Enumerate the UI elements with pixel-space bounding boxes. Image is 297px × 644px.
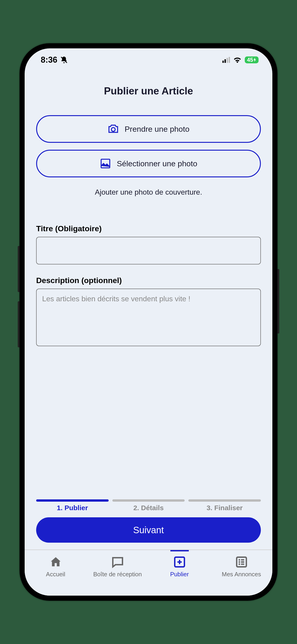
step-publier[interactable]: 1. Publier — [36, 499, 109, 512]
nav-label: Boîte de réception — [93, 571, 142, 578]
nav-annonces[interactable]: Mes Annonces — [210, 556, 272, 578]
nav-accueil[interactable]: Accueil — [25, 556, 86, 578]
status-left: 8:36 — [41, 55, 68, 65]
chat-icon — [111, 556, 124, 568]
nav-label: Accueil — [46, 571, 66, 578]
nav-label: Publier — [170, 571, 189, 578]
svg-point-1 — [112, 128, 115, 132]
select-photo-label: Sélectionner une photo — [117, 159, 197, 168]
nav-publier[interactable]: Publier — [148, 556, 210, 578]
nav-inbox[interactable]: Boîte de réception — [86, 556, 148, 578]
step-bar — [112, 499, 185, 502]
step-bar — [188, 499, 261, 502]
bell-off-icon — [60, 56, 68, 64]
step-label: 2. Détails — [112, 504, 185, 512]
list-icon — [235, 556, 248, 568]
plus-square-icon — [173, 556, 186, 568]
description-field-label: Description (optionnel) — [36, 276, 261, 285]
home-icon — [49, 556, 62, 568]
status-right: 45 — [222, 56, 258, 63]
status-time: 8:36 — [41, 55, 57, 65]
battery-icon: 45 — [245, 56, 258, 63]
take-photo-label: Prendre une photo — [124, 124, 190, 134]
battery-level: 45 — [247, 57, 253, 63]
main-content: Publier une Article Prendre une photo Sé… — [25, 72, 272, 550]
signal-icon — [222, 57, 230, 63]
spacer — [36, 346, 261, 499]
bottom-nav: Accueil Boîte de réception Publier — [25, 550, 272, 596]
screen: 8:36 45 Publier une Artic — [25, 48, 272, 596]
description-input[interactable] — [36, 288, 261, 346]
page-title: Publier une Article — [36, 85, 261, 97]
title-input[interactable] — [36, 237, 261, 264]
step-details[interactable]: 2. Détails — [112, 499, 185, 512]
wifi-icon — [233, 57, 242, 63]
select-photo-button[interactable]: Sélectionner une photo — [36, 150, 261, 177]
phone-frame: 8:36 45 Publier une Artic — [20, 43, 278, 601]
take-photo-button[interactable]: Prendre une photo — [36, 115, 261, 143]
status-bar: 8:36 45 — [25, 48, 272, 72]
steps-progress: 1. Publier 2. Détails 3. Finaliser — [36, 499, 261, 512]
step-label: 1. Publier — [36, 504, 109, 512]
title-field-label: Titre (Obligatoire) — [36, 224, 261, 233]
step-label: 3. Finaliser — [188, 504, 261, 512]
nav-label: Mes Annonces — [222, 571, 261, 578]
photo-caption: Ajouter une photo de couverture. — [36, 188, 261, 196]
phone-side-button — [278, 269, 279, 334]
camera-icon — [108, 123, 119, 135]
image-icon — [100, 158, 111, 169]
step-finaliser[interactable]: 3. Finaliser — [188, 499, 261, 512]
step-bar — [36, 499, 109, 502]
next-button[interactable]: Suivant — [36, 517, 261, 543]
